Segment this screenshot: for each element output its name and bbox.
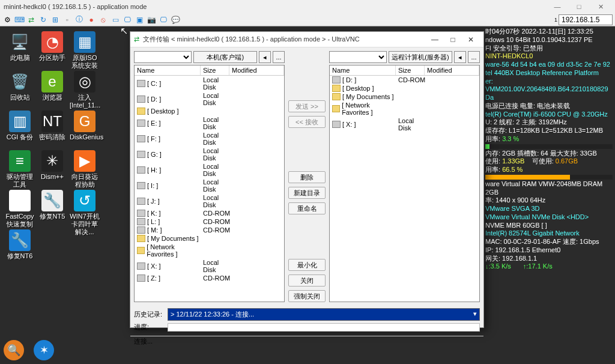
file-row[interactable]: [ E: ]Local Disk	[135, 115, 284, 131]
desktop-icon[interactable]: ≡驱动管理工具	[5, 150, 35, 189]
remote-pane: 远程计算机(服务器) ◂ ... Name Size Modified [ D:…	[329, 51, 480, 302]
remote-nav-more[interactable]: ...	[468, 51, 480, 63]
col-modified[interactable]: Modified	[229, 65, 284, 75]
dialog-footer: 历史记录: > 12/11/22 12:33:26 - 连接...▾ 进度:	[130, 306, 483, 336]
local-nav-up[interactable]: ◂	[259, 51, 271, 63]
progress-label: 进度:	[134, 323, 164, 332]
toolbar-record-icon[interactable]: ⦸	[98, 15, 108, 25]
col-size[interactable]: Size	[201, 65, 229, 75]
rename-button[interactable]: 重命名	[288, 202, 326, 214]
toolbar-cad-icon[interactable]: ⌨	[14, 15, 24, 25]
window-controls: — □ ✕	[547, 3, 611, 11]
toolbar-fullscreen-icon[interactable]: ▭	[111, 15, 120, 25]
file-row[interactable]: [ I: ]Local Disk	[135, 178, 284, 193]
ip-input[interactable]	[559, 14, 613, 25]
local-file-list[interactable]: Name Size Modified [ C: ]Local Disk[ D: …	[134, 65, 285, 302]
minimize-button[interactable]: —	[547, 3, 568, 11]
close-button[interactable]: ✕	[590, 3, 611, 11]
minimize-button[interactable]: 最小化	[288, 259, 326, 271]
file-row[interactable]: [ K: ]CD-ROM	[135, 209, 284, 217]
remote-path-select[interactable]	[329, 51, 387, 63]
file-row[interactable]: [ H: ]Local Disk	[135, 162, 284, 178]
desktop-icon[interactable]: ◔分区助手	[37, 31, 67, 62]
local-nav-more[interactable]: ...	[273, 51, 285, 63]
desktop-icon[interactable]: GDiskGenius	[70, 111, 100, 141]
desktop-icon[interactable]: ▶向日葵远程协助	[70, 150, 100, 189]
sysinfo-overlay: 时04分07秒 2022-12-11[日] 12:33:25 ndows 10 …	[483, 26, 615, 272]
file-row[interactable]: [ X: ]Local Disk	[330, 117, 479, 132]
taskbar-icon[interactable]: 🔍	[4, 340, 24, 360]
desktop-icon[interactable]: ✳Dism++	[37, 150, 67, 181]
file-row[interactable]: [ M: ]CD-ROM	[135, 226, 284, 234]
receive-button[interactable]: << 接收	[288, 116, 326, 128]
file-row[interactable]: [ X: ]Local Disk	[135, 258, 284, 274]
drive-icon	[332, 76, 341, 83]
file-row[interactable]: [ My Documents ]	[330, 93, 479, 101]
toolbar-chat-icon[interactable]: 💬	[171, 15, 180, 25]
file-row[interactable]: [ F: ]Local Disk	[135, 131, 284, 147]
file-row[interactable]: [ Desktop ]	[330, 84, 479, 93]
local-path-select[interactable]	[134, 51, 192, 63]
file-row[interactable]: [ Network Favorites ]	[330, 101, 479, 117]
dialog-status: 连接...	[130, 336, 483, 347]
remote-label-button[interactable]: 远程计算机(服务器)	[389, 51, 452, 63]
maximize-button[interactable]: □	[568, 3, 590, 11]
desktop-icon[interactable]: ↺WIN7开机卡四叶草解决...	[70, 190, 100, 237]
col-name[interactable]: Name	[135, 65, 201, 75]
file-row[interactable]: [ G: ]Local Disk	[135, 147, 284, 162]
send-button[interactable]: 发送 >>	[288, 100, 326, 112]
delete-button[interactable]: 删除	[288, 171, 326, 183]
desktop-icon[interactable]: e浏览器	[37, 71, 67, 102]
col-size[interactable]: Size	[396, 65, 425, 75]
dialog-minimize-button[interactable]: —	[426, 35, 444, 44]
col-name[interactable]: Name	[330, 65, 396, 75]
file-row[interactable]: [ D: ]CD-ROM	[330, 76, 479, 84]
toolbar-option-icon[interactable]: ⚙	[2, 15, 12, 25]
history-select[interactable]: > 12/11/22 12:33:26 - 连接...▾	[168, 308, 480, 321]
force-close-button[interactable]: 强制关闭	[288, 290, 326, 302]
main-toolbar: ⚙ ⌨ ⇄ ↻ ⊞ ▫ ⓘ ● ⦸ ▭ 🖵 ▣ 📷 🖵 💬 1	[0, 13, 615, 26]
toolbar-stop-icon[interactable]: ●	[86, 15, 96, 25]
dialog-maximize-button[interactable]: □	[444, 35, 462, 44]
desktop-icon[interactable]: ◎注入[Intel_11...	[70, 71, 100, 109]
remote-nav-up[interactable]: ◂	[454, 51, 466, 63]
desktop-icon[interactable]: ▥CGI 备份	[5, 111, 35, 141]
dialog-close-button[interactable]: ✕	[462, 35, 480, 44]
ip-scale-label: 1	[554, 17, 557, 23]
desktop-icon[interactable]: FCFastCopy快速复制	[5, 190, 35, 228]
file-row[interactable]: [ Network Favorites ]	[135, 243, 284, 258]
local-label-button[interactable]: 本机(客户端)	[193, 51, 257, 63]
remote-file-list[interactable]: Name Size Modified [ D: ]CD-ROM[ Desktop…	[329, 65, 480, 302]
toolbar-camera-icon[interactable]: 📷	[147, 15, 156, 25]
col-modified[interactable]: Modified	[425, 65, 479, 75]
toolbar-display-icon[interactable]: 🖵	[123, 15, 132, 25]
toolbar-refresh-icon[interactable]: ↻	[38, 15, 48, 25]
close-dialog-button[interactable]: 关闭	[288, 275, 326, 287]
folder-icon	[137, 247, 145, 254]
mkdir-button[interactable]: 新建目录	[288, 187, 326, 199]
file-row[interactable]: [ L: ]CD-ROM	[135, 217, 284, 226]
drive-icon	[137, 166, 145, 174]
toolbar-info-icon[interactable]: ⓘ	[74, 15, 84, 25]
toolbar-monitor2-icon[interactable]: 🖵	[159, 15, 168, 25]
drive-icon	[137, 96, 145, 103]
file-row[interactable]: [ My Documents ]	[135, 234, 284, 243]
desktop-icon[interactable]: 🔧修复NT5	[37, 190, 67, 220]
desktop-icon[interactable]: NT密码清除	[37, 111, 67, 141]
toolbar-monitors-icon[interactable]: ▣	[135, 15, 144, 25]
desktop-icon[interactable]: 🔧修复NT6	[5, 229, 35, 260]
toolbar-transfer-icon[interactable]: ⇄	[26, 15, 36, 25]
desktop-icon[interactable]: 🗑️回收站	[5, 71, 35, 102]
file-row[interactable]: [ Desktop ]	[135, 107, 284, 115]
file-row[interactable]: [ D: ]Local Disk	[135, 91, 284, 107]
file-row[interactable]: [ J: ]Local Disk	[135, 193, 284, 209]
file-row[interactable]: [ C: ]Local Disk	[135, 76, 284, 91]
taskbar-icon[interactable]: ✶	[34, 340, 54, 360]
file-row[interactable]: [ Z: ]CD-ROM	[135, 274, 284, 282]
desktop-icon[interactable]: 🖥️此电脑	[5, 31, 35, 62]
file-transfer-dialog: ⇄ 文件传输 < minint-hedkcl0 ( 192.168.1.5 ) …	[130, 31, 484, 328]
drive-icon	[137, 218, 145, 225]
desktop-icon[interactable]: ▦原版ISO系统安装	[70, 31, 100, 70]
toolbar-win-icon[interactable]: ⊞	[50, 15, 60, 25]
toolbar-blank-icon[interactable]: ▫	[62, 15, 72, 25]
